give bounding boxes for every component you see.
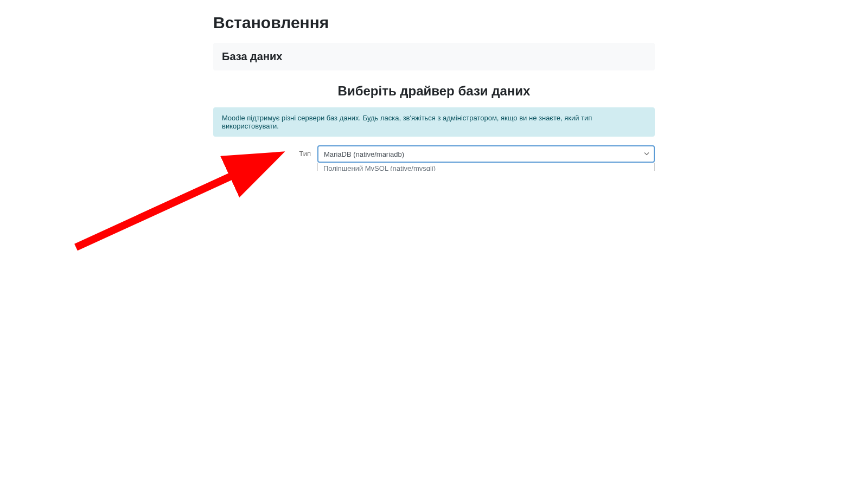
card-header: База даних [213,43,655,70]
db-driver-selected-value: MariaDB (native/mariadb) [324,150,404,158]
form-row-type: Тип MariaDB (native/mariadb) Поліпшений … [213,145,655,163]
db-driver-select[interactable]: MariaDB (native/mariadb) [317,145,655,163]
page-title: Встановлення [213,14,655,32]
chevron-down-icon [644,150,649,158]
card-header-title: База даних [222,50,646,63]
dropdown-option[interactable]: Поліпшений MySQL (native/mysqli) [318,163,654,171]
info-alert-text: Moodle підтримує різні сервери баз даних… [222,114,592,130]
type-label: Тип [213,145,311,158]
section-heading: Виберіть драйвер бази даних [213,84,655,99]
db-driver-dropdown: Поліпшений MySQL (native/mysqli)Aurora M… [317,163,655,171]
info-alert: Moodle підтримує різні сервери баз даних… [213,107,655,137]
